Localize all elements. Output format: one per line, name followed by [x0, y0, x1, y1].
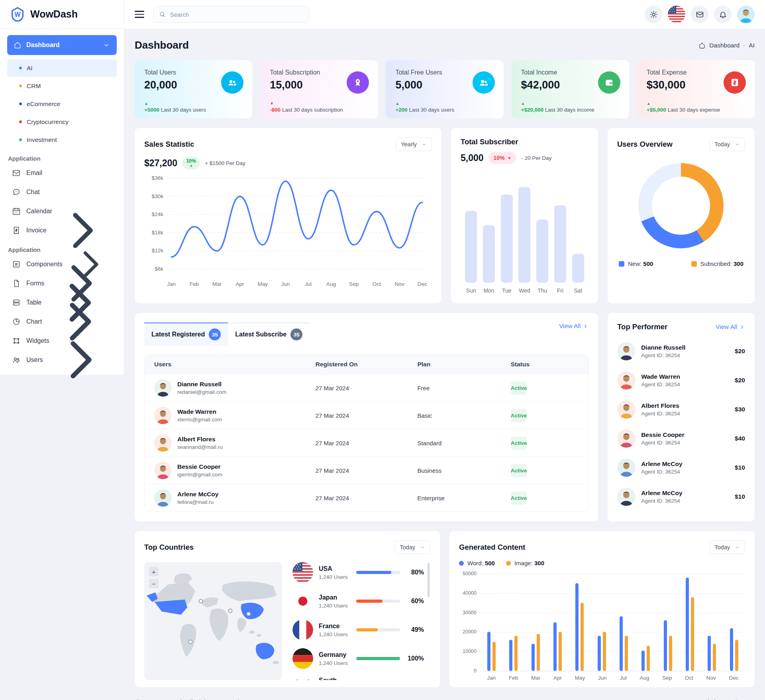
avatar — [617, 342, 636, 360]
map-zoom-in-button[interactable]: + — [149, 567, 159, 576]
sidebar-subitem-crm[interactable]: CRM — [7, 77, 117, 95]
performer-amount: $20 — [735, 377, 745, 384]
mail-icon — [12, 169, 21, 177]
country-item-usa[interactable]: USA 1,240 Users 80% — [292, 562, 424, 583]
performer-amount: $10 — [735, 464, 745, 471]
chevron-down-icon — [735, 142, 740, 147]
registered-on: 27 Mar 2024 — [316, 495, 418, 501]
country-users: 1,240 Users — [319, 660, 348, 666]
performer-name: Arlene McCoy — [641, 460, 682, 468]
page-title: Dashboard — [135, 39, 189, 51]
language-button[interactable] — [668, 6, 685, 23]
table-row[interactable]: Arlene McCoy fellora@mail.ru 27 Mar 2024… — [145, 484, 588, 511]
performer-item[interactable]: Wade Warren Agent ID: 36254 $20 — [617, 371, 745, 389]
bell-icon — [719, 10, 727, 19]
svg-text:Nov: Nov — [395, 281, 404, 287]
tab-label: Latest Registered — [151, 331, 205, 338]
bar-label: Sun — [466, 287, 476, 294]
subscriber-bar-fri: Fri — [551, 176, 569, 294]
svg-text:Apr: Apr — [235, 281, 244, 287]
breadcrumb-home[interactable]: Dashboard — [709, 42, 740, 49]
country-name: France — [319, 623, 348, 630]
chevron-down-icon — [102, 41, 110, 49]
invoice-icon — [12, 226, 21, 235]
search-input[interactable] — [169, 11, 303, 18]
subscriber-trend-badge[interactable]: 10%▼ — [488, 152, 517, 164]
scrollbar[interactable] — [428, 563, 430, 597]
country-item-japan[interactable]: Japan 1,240 Users 60% — [292, 591, 424, 612]
stat-note: ▲ +5000 Last 30 days users — [144, 101, 206, 113]
sidebar-item-label: Calendar — [26, 208, 52, 215]
arrow-up-icon: ▲ — [189, 164, 192, 167]
bar-label: Mon — [483, 287, 494, 294]
footer-brand-link[interactable]: wowtheme7 — [722, 698, 754, 700]
country-item-germany[interactable]: Germany 1,240 Users 100% — [292, 648, 424, 669]
performer-item[interactable]: Bessie Cooper Agent ID: 36254 $40 — [617, 429, 745, 448]
chevron-right-icon — [739, 324, 745, 330]
notifications-button[interactable] — [714, 6, 732, 23]
stat-card-total-income: Total Income $42,000 ▲ +$20,000 Last 30 … — [512, 60, 629, 118]
sidebar-sections: Application Email Chat Calendar Invoice … — [7, 155, 117, 370]
arrow-down-icon: ▼ — [270, 101, 343, 106]
mail-icon — [12, 169, 21, 177]
sidebar-item-label: Chart — [26, 318, 42, 325]
sidebar-item-dashboard[interactable]: Dashboard — [7, 35, 117, 55]
status-badge: Active — [511, 381, 527, 395]
generated-period-select[interactable]: Today — [709, 541, 745, 554]
sales-period-select[interactable]: Yearly — [396, 138, 432, 151]
theme-toggle-button[interactable] — [645, 6, 662, 23]
sidebar-subitem-investment[interactable]: Investment — [7, 131, 117, 149]
country-item-south-korea[interactable]: South Korea 1,240 Users 30% — [292, 677, 424, 680]
table-row[interactable]: Bessie Cooper igerrin@gmail.com 27 Mar 2… — [145, 456, 588, 484]
user-email: redaniel@gmail.com — [177, 389, 226, 395]
table-row[interactable]: Albert Flores seannand@mail.ru 27 Mar 20… — [145, 429, 588, 456]
performer-item[interactable]: Albert Flores Agent ID: 36254 $30 — [617, 400, 745, 419]
menu-toggle-icon[interactable] — [135, 11, 144, 18]
bar-image — [713, 644, 716, 671]
users-overview-card: Users Overview Today New: 500 Subscribed… — [608, 128, 755, 303]
performer-item[interactable]: Dianne Russell Agent ID: 36254 $20 — [617, 342, 745, 360]
messages-button[interactable] — [691, 6, 708, 23]
sidebar-item-chat[interactable]: Chat — [7, 183, 117, 202]
country-item-france[interactable]: France 1,240 Users 49% — [292, 619, 424, 640]
sidebar-item-users[interactable]: Users — [7, 350, 117, 370]
world-map[interactable]: + − — [144, 562, 282, 680]
performer-view-all-link[interactable]: View All — [716, 323, 745, 330]
invoice-icon — [12, 226, 21, 235]
bar-group-aug — [641, 646, 650, 671]
svg-text:Dec: Dec — [418, 281, 427, 287]
performer-item[interactable]: Arlene McCoy Agent ID: 36254 $10 — [617, 488, 745, 506]
performer-item[interactable]: Arlene McCoy Agent ID: 36254 $10 — [617, 458, 745, 477]
home-icon — [14, 41, 22, 49]
row-tables: Latest Registered 35 Latest Subscribe 35… — [135, 313, 755, 521]
tab-latest-subscribe[interactable]: Latest Subscribe 35 — [228, 322, 310, 346]
status-badge: Active — [511, 437, 527, 450]
top-countries-card: Top Countries Today + − — [135, 531, 440, 687]
svg-text:$18k: $18k — [152, 230, 164, 236]
table-row[interactable]: Wade Warren xterris@gmail.com 27 Mar 202… — [145, 401, 588, 429]
latest-view-all-link[interactable]: View All — [559, 322, 588, 330]
overview-period-select[interactable]: Today — [709, 138, 745, 151]
generated-content-card: Generated Content Today Word: 500 Image:… — [449, 531, 755, 687]
performer-name: Bessie Cooper — [641, 431, 685, 438]
sidebar-item-email[interactable]: Email — [7, 163, 117, 183]
subscriber-bar-mon: Mon — [480, 176, 498, 294]
breadcrumb: Dashboard - AI — [698, 42, 755, 49]
map-zoom-out-button[interactable]: − — [149, 579, 159, 588]
bar-word — [641, 651, 645, 671]
user-avatar[interactable] — [737, 6, 755, 23]
sidebar-item-invoice[interactable]: Invoice — [7, 221, 117, 240]
x-tick-label: Jan — [487, 675, 496, 681]
x-tick-label: Oct — [685, 675, 693, 681]
countries-period-select[interactable]: Today — [394, 541, 430, 554]
sidebar-subitem-ecommerce[interactable]: eCommerce — [7, 95, 117, 113]
users-group-icon — [221, 71, 243, 94]
sidebar-subitem-cryptocurrency[interactable]: Cryptocurrency — [7, 113, 117, 131]
sidebar-subitem-ai[interactable]: AI — [7, 59, 117, 77]
table-icon — [12, 298, 21, 307]
sidebar-item-label: Users — [26, 356, 43, 364]
country-progress-bar — [356, 657, 400, 660]
user-name: Bessie Cooper — [177, 463, 222, 470]
table-row[interactable]: Dianne Russell redaniel@gmail.com 27 Mar… — [145, 374, 588, 401]
tab-latest-registered[interactable]: Latest Registered 35 — [144, 322, 228, 346]
